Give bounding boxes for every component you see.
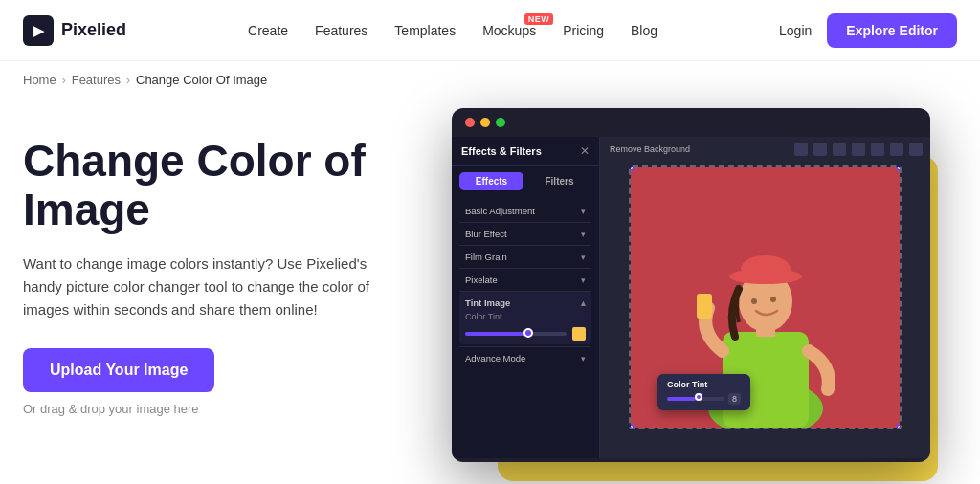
tab-filters[interactable]: Filters: [527, 172, 591, 190]
main-nav: Create Features Templates Mockups NEW Pr…: [248, 23, 657, 38]
tool-flip-icon[interactable]: [852, 143, 865, 156]
chevron-down-icon: ▾: [581, 207, 586, 216]
svg-point-5: [741, 255, 791, 282]
breadcrumb: Home › Features › Change Color Of Image: [0, 61, 980, 99]
chevron-down-icon: ▾: [581, 275, 586, 285]
breadcrumb-current: Change Color Of Image: [136, 73, 267, 87]
tooltip-label: Color Tint: [667, 380, 741, 389]
tooltip-slider-thumb[interactable]: [695, 393, 702, 401]
breadcrumb-home[interactable]: Home: [23, 73, 56, 87]
nav-mockups[interactable]: Mockups NEW: [482, 23, 536, 38]
canvas-label: Remove Background: [610, 144, 690, 154]
panel-item-film-grain[interactable]: Film Grain ▾: [459, 246, 591, 269]
new-badge: NEW: [524, 13, 554, 25]
panel-item-pixelate[interactable]: Pixelate ▾: [459, 269, 591, 292]
breadcrumb-sep-2: ›: [126, 74, 130, 87]
tooltip-value: 8: [728, 393, 741, 405]
nav-templates[interactable]: Templates: [394, 23, 456, 38]
breadcrumb-sep-1: ›: [62, 74, 66, 87]
window-maximize-dot[interactable]: [496, 118, 505, 127]
tint-image-header[interactable]: Tint Image ▴: [459, 292, 591, 310]
chevron-down-icon: ▾: [581, 354, 586, 363]
main-content: Change Color of Image Want to change ima…: [0, 99, 980, 472]
header-actions: Login Explore Editor: [779, 13, 957, 48]
window-chrome: [452, 108, 930, 137]
app-preview: Effects & Filters ✕ Effects Filters Basi…: [444, 118, 957, 472]
hero-description: Want to change image colors instantly? U…: [23, 253, 406, 321]
canvas-area: Remove Background: [600, 137, 930, 458]
tool-save-icon[interactable]: [813, 143, 827, 156]
color-tint-label: Color Tint: [459, 310, 591, 323]
effects-panel: Effects & Filters ✕ Effects Filters Basi…: [452, 137, 600, 458]
selection-handle-tr[interactable]: [896, 165, 902, 171]
chevron-up-icon: ▴: [581, 298, 586, 308]
tab-effects[interactable]: Effects: [459, 172, 523, 190]
color-tint-slider-row: [459, 323, 591, 344]
nav-blog[interactable]: Blog: [631, 23, 657, 38]
slider-thumb[interactable]: [523, 328, 533, 338]
slider-fill: [465, 332, 526, 336]
svg-point-8: [770, 297, 776, 302]
tooltip-slider-fill: [667, 397, 696, 401]
tool-resize-icon[interactable]: [833, 143, 846, 156]
color-tint-tooltip: Color Tint 8: [657, 374, 750, 410]
panel-item-tint-image: Tint Image ▴ Color Tint: [459, 292, 591, 344]
logo-icon: ▶: [23, 15, 54, 46]
selection-handle-br[interactable]: [896, 424, 902, 429]
header: ▶ Pixelied Create Features Templates Moc…: [0, 0, 980, 61]
nav-features[interactable]: Features: [315, 23, 368, 38]
panel-title: Effects & Filters: [461, 145, 542, 157]
canvas-toolbar: [794, 143, 923, 156]
window-minimize-dot[interactable]: [480, 118, 490, 127]
nav-create[interactable]: Create: [248, 23, 288, 38]
svg-point-7: [751, 298, 757, 304]
breadcrumb-features[interactable]: Features: [72, 73, 121, 87]
app-window: Effects & Filters ✕ Effects Filters Basi…: [452, 108, 930, 462]
chevron-down-icon: ▾: [581, 253, 586, 262]
color-tint-slider[interactable]: [465, 332, 567, 336]
drag-drop-text: Or drag & drop your image here: [23, 402, 406, 416]
tooltip-slider: 8: [667, 393, 741, 405]
panel-item-advance-mode[interactable]: Advance Mode ▾: [459, 346, 591, 369]
tool-lock-icon[interactable]: [871, 143, 884, 156]
tool-copy-icon[interactable]: [890, 143, 903, 156]
explore-editor-button[interactable]: Explore Editor: [827, 13, 957, 48]
color-swatch[interactable]: [572, 327, 586, 341]
tooltip-slider-track[interactable]: [667, 397, 724, 401]
window-close-dot[interactable]: [465, 118, 475, 127]
upload-button[interactable]: Upload Your Image: [23, 348, 214, 392]
app-body: Effects & Filters ✕ Effects Filters Basi…: [452, 137, 930, 458]
panel-close-icon[interactable]: ✕: [580, 144, 590, 158]
login-button[interactable]: Login: [779, 23, 812, 38]
logo[interactable]: ▶ Pixelied: [23, 15, 126, 46]
chevron-down-icon: ▾: [581, 230, 586, 239]
nav-pricing[interactable]: Pricing: [563, 23, 604, 38]
tool-grid-icon[interactable]: [794, 143, 808, 156]
panel-tabs: Effects Filters: [452, 166, 599, 196]
tool-delete-icon[interactable]: [909, 143, 923, 156]
logo-text: Pixelied: [61, 20, 126, 40]
svg-rect-6: [697, 294, 712, 319]
hero-left: Change Color of Image Want to change ima…: [23, 118, 406, 416]
panel-item-basic-adjustment[interactable]: Basic Adjustment ▾: [459, 200, 591, 223]
panel-items: Basic Adjustment ▾ Blur Effect ▾ Film Gr…: [452, 196, 599, 458]
panel-header: Effects & Filters ✕: [452, 137, 599, 166]
page-title: Change Color of Image: [23, 137, 406, 233]
selection-handle-bl[interactable]: [629, 424, 635, 429]
panel-item-blur-effect[interactable]: Blur Effect ▾: [459, 223, 591, 246]
